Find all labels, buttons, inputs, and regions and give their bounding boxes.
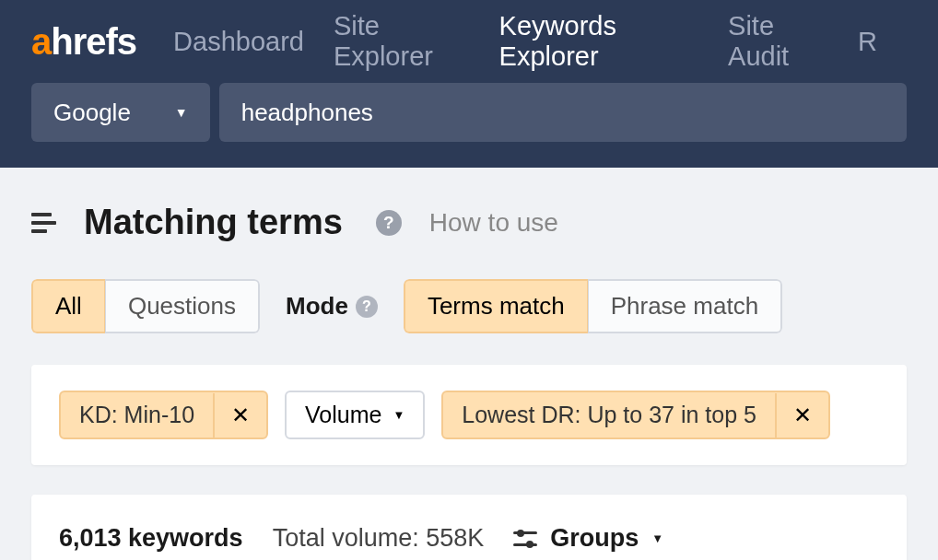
close-icon[interactable]: ✕ [775,393,828,438]
sliders-icon [513,530,537,548]
logo[interactable]: ahrefs [31,21,136,63]
nav-item-site-audit[interactable]: Site Audit [728,11,828,72]
nav-item-site-explorer[interactable]: Site Explorer [334,11,470,72]
tab-questions[interactable]: Questions [105,279,260,333]
filters-row: KD: Min-10 ✕ Volume ▼ Lowest DR: Up to 3… [31,365,907,465]
chevron-down-icon: ▼ [393,408,405,422]
page-title: Matching terms [84,203,343,242]
nav-item-keywords-explorer[interactable]: Keywords Explorer [499,11,698,72]
help-icon[interactable]: ? [376,210,402,236]
logo-rest: hrefs [51,21,136,62]
filter-kd[interactable]: KD: Min-10 ✕ [59,391,268,439]
filter-volume-dropdown[interactable]: Volume ▼ [285,391,425,439]
stats-row: 6,013 keywords Total volume: 558K Groups… [31,495,907,560]
nav-item-dashboard[interactable]: Dashboard [173,27,304,57]
chevron-down-icon: ▼ [175,105,188,120]
groups-label: Groups [550,524,639,553]
tab-all[interactable]: All [31,279,105,333]
tab-terms-match[interactable]: Terms match [404,279,588,333]
search-input[interactable] [219,83,907,142]
mode-tab-group: Terms match Phrase match [404,279,782,333]
tab-phrase-match[interactable]: Phrase match [588,279,782,333]
help-icon[interactable]: ? [356,296,378,318]
chevron-down-icon: ▼ [651,531,663,545]
filter-dr-label: Lowest DR: Up to 37 in top 5 [443,392,775,438]
mode-label: Mode ? [286,292,378,321]
keywords-count: 6,013 keywords [59,524,243,553]
menu-icon[interactable] [31,213,56,233]
filter-volume-label: Volume [305,402,381,428]
search-engine-label: Google [53,99,131,127]
nav-item-truncated[interactable]: R [858,27,877,57]
logo-first: a [31,21,51,62]
how-to-use-link[interactable]: How to use [429,208,558,238]
filter-tab-group: All Questions [31,279,260,333]
search-engine-dropdown[interactable]: Google ▼ [31,83,210,142]
filter-kd-label: KD: Min-10 [61,392,213,438]
filter-dr[interactable]: Lowest DR: Up to 37 in top 5 ✕ [441,391,830,439]
groups-control[interactable]: Groups ▼ [513,524,663,553]
close-icon[interactable]: ✕ [213,393,266,438]
total-volume: Total volume: 558K [273,524,485,553]
